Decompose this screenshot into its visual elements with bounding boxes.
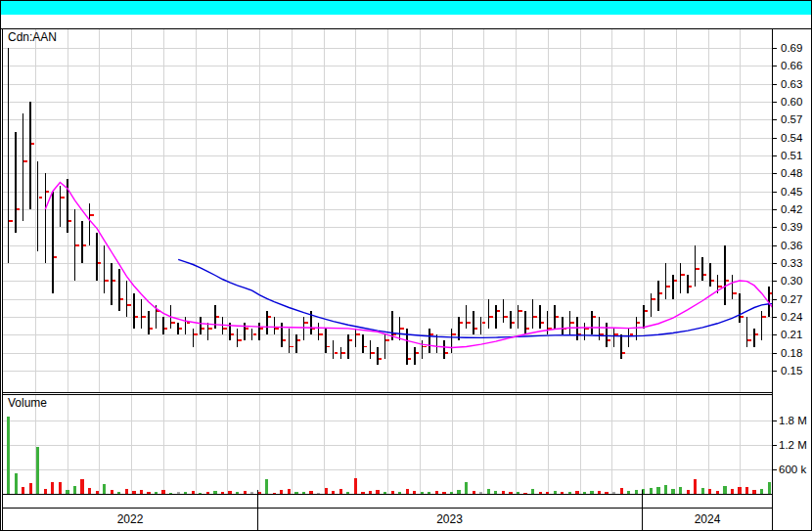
price-tick-label: 0.24 [781,311,802,323]
price-tick-label: 0.33 [781,257,802,269]
plot-area: Cdn:AAN Volume 202220232024 [2,29,773,530]
volume-tick-mark [773,420,777,421]
price-tick-mark [773,299,777,300]
price-tick-mark [773,66,777,66]
price-tick-label: 0.39 [781,221,802,233]
year-label: 2023 [257,509,642,530]
price-tick-mark [773,192,777,193]
price-tick-label: 0.54 [781,132,802,144]
price-pane: Cdn:AAN [3,29,772,392]
price-tick-mark [773,155,777,156]
price-tick-mark [773,84,777,85]
volume-pane: Volume [3,395,772,495]
price-tick-label: 0.60 [781,96,802,108]
price-tick-mark [773,209,777,210]
price-tick-label: 0.42 [781,203,802,215]
price-tick-label: 0.18 [781,347,802,359]
price-tick-label: 0.45 [781,186,802,198]
price-tick-label: 0.27 [781,293,802,305]
price-tick-label: 0.57 [781,113,802,125]
volume-tick-mark [773,445,777,446]
volume-tick-mark [773,469,777,470]
year-tick [257,490,258,496]
year-label: 2022 [3,509,257,530]
volume-tick-label: 600 k [779,464,806,475]
price-tick-label: 0.21 [781,329,802,340]
price-tick-label: 0.30 [781,275,802,287]
price-tick-mark [773,334,777,335]
volume-tick-label: 1.8 M [779,415,807,426]
chart-title-bar: Historic Chart for Cdn:AAN by Stockwatch… [1,1,811,15]
price-tick-label: 0.36 [781,240,802,251]
year-axis: 202220232024 [3,509,772,530]
price-chart-svg [3,29,772,392]
price-tick-label: 0.51 [781,150,802,161]
volume-label: Volume [8,396,47,410]
year-tick [642,490,643,496]
quote-summary-bar: Wed May 1 2024 Op=0.27 Hi=0.28 Lo=0.27 C… [1,15,811,29]
price-tick-mark [773,371,777,372]
price-tick-label: 0.63 [781,78,802,90]
price-tick-mark [773,173,777,174]
price-tick-mark [773,227,777,228]
price-tick-mark [773,138,777,139]
price-tick-mark [773,263,777,264]
price-tick-mark [773,281,777,282]
stock-chart-window: Historic Chart for Cdn:AAN by Stockwatch… [0,0,812,531]
price-tick-label: 0.66 [781,60,802,71]
year-label: 2024 [642,509,773,530]
price-tick-mark [773,48,777,49]
volume-tick-label: 1.2 M [779,439,807,451]
year-divider [257,496,258,530]
symbol-label: Cdn:AAN [8,30,57,44]
right-axis: 0.690.660.630.600.570.540.510.480.450.42… [773,29,811,530]
price-tick-mark [773,119,777,120]
year-divider [642,496,643,530]
price-tick-label: 0.48 [781,167,802,179]
axis-gap-row [3,496,772,509]
price-tick-label: 0.69 [781,42,802,54]
price-tick-mark [773,102,777,103]
price-tick-label: 0.15 [781,365,802,376]
price-tick-mark [773,353,777,354]
volume-chart-svg [3,395,772,494]
price-tick-mark [773,245,777,246]
price-tick-mark [773,317,777,318]
